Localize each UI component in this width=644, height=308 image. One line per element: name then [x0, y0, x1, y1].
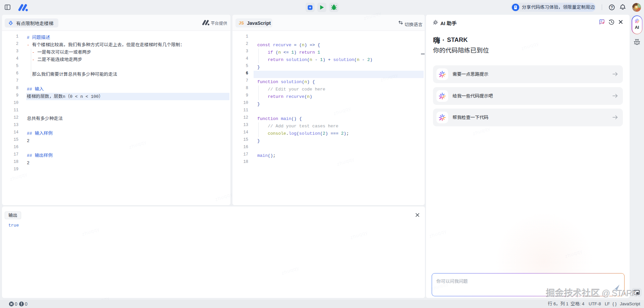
svg-text:?: ?	[611, 5, 613, 9]
